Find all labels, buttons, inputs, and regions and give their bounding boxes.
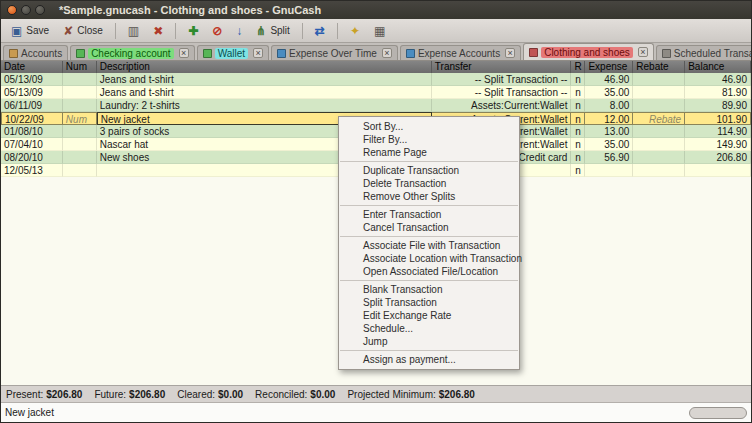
window-close-button[interactable] bbox=[7, 5, 17, 15]
cell-date[interactable]: 05/13/09 bbox=[1, 73, 63, 86]
cell-description[interactable]: Laundry: 2 t-shirts bbox=[97, 99, 432, 112]
register-row[interactable]: 05/13/09 Jeans and t-shirt -- Split Tran… bbox=[1, 73, 751, 86]
cell-num[interactable] bbox=[63, 99, 97, 112]
cell-rebate-placeholder[interactable]: Rebate bbox=[633, 112, 685, 125]
column-header-r[interactable]: R bbox=[571, 61, 585, 73]
split-button[interactable]: ⋔ Split bbox=[250, 23, 296, 39]
register-row[interactable]: 05/13/09 Jeans and t-shirt -- Split Tran… bbox=[1, 86, 751, 99]
column-header-description[interactable]: Description bbox=[97, 61, 432, 73]
cell-transfer[interactable]: -- Split Transaction -- bbox=[432, 73, 572, 86]
tab-clothing-and-shoes[interactable]: Clothing and shoes × bbox=[523, 43, 654, 60]
menu-item-edit-exchange-rate[interactable]: Edit Exchange Rate bbox=[339, 309, 519, 322]
schedule-button[interactable]: ▦ bbox=[368, 23, 391, 39]
tab-wallet[interactable]: Wallet × bbox=[197, 45, 269, 60]
cell-balance[interactable]: 206.80 bbox=[685, 151, 751, 164]
cell-date[interactable]: 12/05/13 bbox=[1, 164, 63, 177]
cell-expense[interactable] bbox=[585, 164, 633, 177]
tab-close-icon[interactable]: × bbox=[505, 48, 515, 58]
cell-rebate[interactable] bbox=[633, 86, 685, 99]
menu-item-associate-location[interactable]: Associate Location with Transaction bbox=[339, 252, 519, 265]
tab-close-icon[interactable]: × bbox=[179, 48, 189, 58]
cell-balance[interactable]: 89.90 bbox=[685, 99, 751, 112]
cell-expense[interactable]: 35.00 bbox=[585, 86, 633, 99]
cell-date[interactable]: 06/11/09 bbox=[1, 99, 63, 112]
tab-close-icon[interactable]: × bbox=[253, 48, 263, 58]
blank-transaction-button[interactable]: ✚ bbox=[182, 23, 204, 39]
cell-description[interactable]: Jeans and t-shirt bbox=[97, 73, 432, 86]
cell-expense[interactable]: 12.00 bbox=[585, 112, 633, 125]
cell-date[interactable]: 07/04/10 bbox=[1, 138, 63, 151]
cell-expense[interactable]: 13.00 bbox=[585, 125, 633, 138]
cell-rebate[interactable] bbox=[633, 73, 685, 86]
duplicate-transaction-button[interactable]: ▥ bbox=[122, 23, 145, 39]
tab-close-icon[interactable]: × bbox=[382, 48, 392, 58]
register-row[interactable]: 06/11/09 Laundry: 2 t-shirts Assets:Curr… bbox=[1, 99, 751, 112]
cell-reconcile[interactable]: n bbox=[571, 151, 585, 164]
menu-item-associate-file[interactable]: Associate File with Transaction bbox=[339, 239, 519, 252]
cell-reconcile[interactable]: n bbox=[571, 73, 585, 86]
menu-item-remove-other-splits[interactable]: Remove Other Splits bbox=[339, 190, 519, 203]
cell-expense[interactable]: 35.00 bbox=[585, 138, 633, 151]
tab-scheduled-transactions[interactable]: Scheduled Transactions × bbox=[656, 45, 752, 60]
cell-transfer[interactable]: -- Split Transaction -- bbox=[432, 86, 572, 99]
cell-rebate[interactable] bbox=[633, 125, 685, 138]
transfer-button[interactable]: ⇄ bbox=[309, 23, 331, 39]
column-header-num[interactable]: Num bbox=[63, 61, 97, 73]
menu-item-enter-transaction[interactable]: Enter Transaction bbox=[339, 208, 519, 221]
cell-date[interactable]: 01/08/10 bbox=[1, 125, 63, 138]
cell-num[interactable] bbox=[63, 164, 97, 177]
cell-rebate[interactable] bbox=[633, 138, 685, 151]
cell-balance[interactable]: 81.90 bbox=[685, 86, 751, 99]
menu-item-schedule[interactable]: Schedule... bbox=[339, 322, 519, 335]
cell-num[interactable] bbox=[63, 138, 97, 151]
menu-item-assign-as-payment[interactable]: Assign as payment... bbox=[339, 353, 519, 366]
cell-reconcile[interactable]: n bbox=[571, 86, 585, 99]
cell-num[interactable] bbox=[63, 73, 97, 86]
window-maximize-button[interactable] bbox=[35, 5, 45, 15]
cell-reconcile[interactable]: n bbox=[571, 164, 585, 177]
menu-item-split-transaction[interactable]: Split Transaction bbox=[339, 296, 519, 309]
cell-expense[interactable]: 46.90 bbox=[585, 73, 633, 86]
cell-balance[interactable] bbox=[685, 164, 751, 177]
menu-item-cancel-transaction[interactable]: Cancel Transaction bbox=[339, 221, 519, 234]
column-header-date[interactable]: Date bbox=[1, 61, 63, 73]
cell-rebate[interactable] bbox=[633, 164, 685, 177]
cell-balance[interactable]: 46.90 bbox=[685, 73, 751, 86]
cancel-transaction-button[interactable]: ⊘ bbox=[206, 23, 228, 39]
menu-item-blank-transaction[interactable]: Blank Transaction bbox=[339, 283, 519, 296]
tab-checking-account[interactable]: Checking account × bbox=[70, 45, 195, 60]
cell-expense[interactable]: 56.90 bbox=[585, 151, 633, 164]
cell-transfer[interactable]: Assets:Current:Wallet bbox=[432, 99, 572, 112]
cell-expense[interactable]: 8.00 bbox=[585, 99, 633, 112]
menu-item-duplicate-transaction[interactable]: Duplicate Transaction bbox=[339, 164, 519, 177]
cell-description[interactable]: Jeans and t-shirt bbox=[97, 86, 432, 99]
window-minimize-button[interactable] bbox=[21, 5, 31, 15]
cell-balance[interactable]: 149.90 bbox=[685, 138, 751, 151]
column-header-rebate[interactable]: Rebate bbox=[633, 61, 685, 73]
cell-rebate[interactable] bbox=[633, 99, 685, 112]
menu-item-filter-by[interactable]: Filter By... bbox=[339, 133, 519, 146]
tab-expense-over-time[interactable]: Expense Over Time × bbox=[271, 45, 398, 60]
delete-transaction-button[interactable]: ✖ bbox=[147, 23, 169, 39]
cell-num[interactable] bbox=[63, 151, 97, 164]
column-header-expense[interactable]: Expense bbox=[585, 61, 633, 73]
tab-accounts[interactable]: Accounts bbox=[3, 45, 68, 60]
cell-rebate[interactable] bbox=[633, 151, 685, 164]
cell-num-placeholder[interactable]: Num bbox=[63, 112, 97, 125]
cell-num[interactable] bbox=[63, 125, 97, 138]
column-header-transfer[interactable]: Transfer bbox=[432, 61, 572, 73]
jump-button[interactable]: ✦ bbox=[344, 23, 366, 39]
cell-reconcile[interactable]: n bbox=[571, 125, 585, 138]
menu-item-sort-by[interactable]: Sort By... bbox=[339, 120, 519, 133]
column-header-balance[interactable]: Balance bbox=[685, 61, 751, 73]
menu-item-delete-transaction[interactable]: Delete Transaction bbox=[339, 177, 519, 190]
enter-transaction-button[interactable]: ↓ bbox=[230, 23, 248, 39]
cell-balance[interactable]: 114.90 bbox=[685, 125, 751, 138]
menu-item-rename-page[interactable]: Rename Page bbox=[339, 146, 519, 159]
tab-expense-accounts[interactable]: Expense Accounts × bbox=[400, 45, 521, 60]
save-button[interactable]: ▣ Save bbox=[5, 23, 55, 39]
cell-balance[interactable]: 101.90 bbox=[685, 112, 751, 125]
cell-date[interactable]: 05/13/09 bbox=[1, 86, 63, 99]
close-button[interactable]: ✘ Close bbox=[57, 23, 109, 39]
menu-item-open-associated[interactable]: Open Associated File/Location bbox=[339, 265, 519, 278]
